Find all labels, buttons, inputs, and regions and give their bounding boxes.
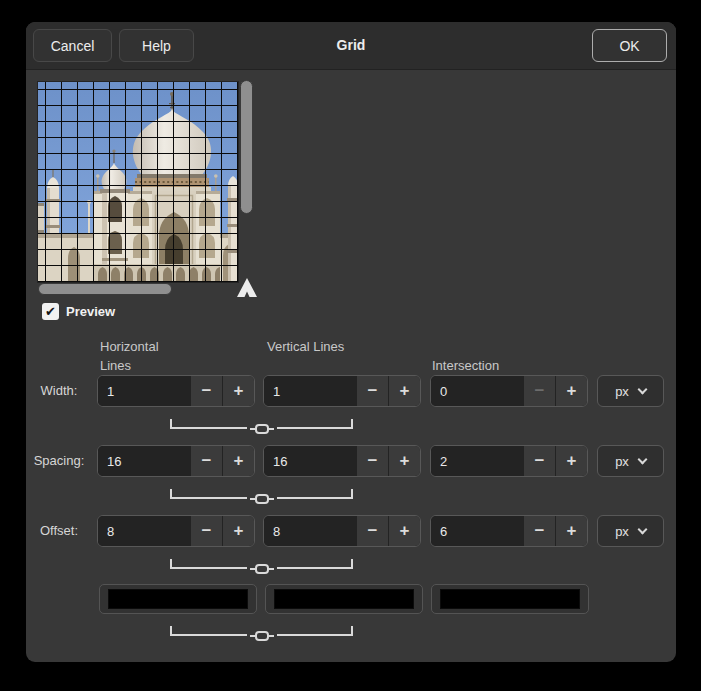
preview-checkbox[interactable]: ✔ xyxy=(42,303,59,320)
spacing-vertical-minus-button[interactable]: − xyxy=(356,446,388,476)
width-vertical-minus-button[interactable]: − xyxy=(356,376,388,406)
offset-horizontal-plus-button[interactable]: + xyxy=(222,516,254,546)
spacing-chain-link-button[interactable] xyxy=(170,483,353,499)
spacing-unit-dropdown[interactable]: px xyxy=(597,445,664,477)
intersection-color-swatch[interactable] xyxy=(431,584,589,614)
offset-chain-link-button[interactable] xyxy=(170,553,353,569)
chevron-down-icon xyxy=(637,384,647,394)
spacing-horizontal-plus-button[interactable]: + xyxy=(222,446,254,476)
horizontal-color-value xyxy=(108,589,248,609)
width-label: Width: xyxy=(26,383,92,398)
ok-button[interactable]: OK xyxy=(592,29,667,62)
offset-unit-value: px xyxy=(615,524,629,539)
spacing-unit-value: px xyxy=(615,454,629,469)
width-intersection-minus-button: − xyxy=(523,376,555,406)
column-header-vertical-lines: Vertical Lines xyxy=(267,337,357,356)
vertical-color-swatch[interactable] xyxy=(265,584,423,614)
width-intersection-plus-button[interactable]: + xyxy=(555,376,587,406)
chain-link-icon xyxy=(255,631,269,641)
offset-intersection-plus-button[interactable]: + xyxy=(555,516,587,546)
column-header-horizontal-lines: Horizontal Lines xyxy=(100,337,190,375)
width-vertical-input[interactable] xyxy=(264,376,356,406)
spacing-label: Spacing: xyxy=(26,453,92,468)
spacing-intersection-minus-button[interactable]: − xyxy=(523,446,555,476)
offset-vertical-plus-button[interactable]: + xyxy=(388,516,420,546)
offset-vertical-minus-button[interactable]: − xyxy=(356,516,388,546)
horizontal-scrollbar-thumb[interactable] xyxy=(38,283,172,295)
width-vertical-plus-button[interactable]: + xyxy=(388,376,420,406)
intersection-color-value xyxy=(440,589,580,609)
preview-checkbox-label: Preview xyxy=(66,304,115,319)
chain-link-icon xyxy=(255,424,269,434)
spacing-horizontal-minus-button[interactable]: − xyxy=(190,446,222,476)
offset-horizontal-input[interactable] xyxy=(98,516,190,546)
offset-intersection-minus-button[interactable]: − xyxy=(523,516,555,546)
horizontal-color-swatch[interactable] xyxy=(99,584,257,614)
dialog-title: Grid xyxy=(26,37,676,53)
width-unit-dropdown[interactable]: px xyxy=(597,375,664,407)
column-header-intersection: Intersection xyxy=(432,356,552,375)
spacing-vertical-plus-button[interactable]: + xyxy=(388,446,420,476)
chevron-down-icon xyxy=(637,524,647,534)
offset-label: Offset: xyxy=(26,523,92,538)
width-unit-value: px xyxy=(615,384,629,399)
horizontal-scrollbar[interactable] xyxy=(38,283,238,296)
grid-dialog: Cancel Help Grid OK xyxy=(26,22,676,662)
width-horizontal-input[interactable] xyxy=(98,376,190,406)
check-icon: ✔ xyxy=(45,305,56,318)
header-bar: Cancel Help Grid OK xyxy=(26,22,676,70)
width-horizontal-plus-button[interactable]: + xyxy=(222,376,254,406)
spacing-vertical-input[interactable] xyxy=(264,446,356,476)
colors-chain-link-button[interactable] xyxy=(170,620,353,636)
spacing-horizontal-input[interactable] xyxy=(98,446,190,476)
width-horizontal-minus-button[interactable]: − xyxy=(190,376,222,406)
chevron-down-icon xyxy=(637,454,647,464)
preview-resize-arrow-icon[interactable] xyxy=(235,277,259,299)
vertical-scrollbar[interactable] xyxy=(240,80,254,284)
chain-link-icon xyxy=(255,494,269,504)
taj-mahal-preview xyxy=(38,82,238,282)
offset-intersection-input[interactable] xyxy=(431,516,523,546)
offset-vertical-input[interactable] xyxy=(264,516,356,546)
width-chain-link-button[interactable] xyxy=(170,413,353,429)
offset-horizontal-minus-button[interactable]: − xyxy=(190,516,222,546)
preview-image[interactable] xyxy=(38,82,238,282)
offset-unit-dropdown[interactable]: px xyxy=(597,515,664,547)
spacing-intersection-input[interactable] xyxy=(431,446,523,476)
width-intersection-input[interactable] xyxy=(431,376,523,406)
vertical-color-value xyxy=(274,589,414,609)
vertical-scrollbar-thumb[interactable] xyxy=(240,80,253,214)
chain-link-icon xyxy=(255,564,269,574)
spacing-intersection-plus-button[interactable]: + xyxy=(555,446,587,476)
